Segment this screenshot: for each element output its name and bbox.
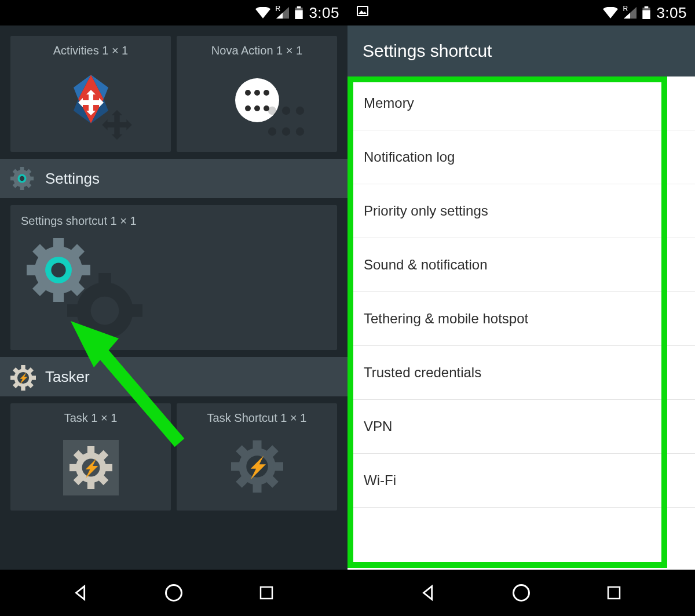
nav-back-button[interactable]: [411, 575, 446, 610]
wifi-icon: [603, 7, 618, 19]
list-item-memory[interactable]: Memory: [348, 76, 695, 130]
svg-rect-40: [31, 376, 36, 380]
list-item-vpn[interactable]: VPN: [348, 400, 695, 454]
battery-icon: [295, 6, 303, 19]
widget-label: Task Shortcut 1 × 1: [182, 411, 331, 425]
status-bar: R 3:05: [0, 0, 348, 25]
status-bar: R 3:05: [348, 0, 695, 25]
app-bar: Settings shortcut: [348, 25, 695, 76]
svg-rect-33: [67, 304, 83, 317]
nav-home-button[interactable]: [156, 575, 191, 610]
widget-label: Settings shortcut 1 × 1: [21, 214, 327, 228]
list-item-notification-log[interactable]: Notification log: [348, 130, 695, 184]
svg-rect-2: [297, 6, 301, 8]
section-label: Tasker: [45, 368, 90, 386]
svg-rect-72: [643, 10, 650, 19]
navigation-bar: [348, 570, 695, 616]
tasker-gear-icon: [231, 440, 283, 495]
settings-shortcut-list[interactable]: Memory Notification log Priority only se…: [348, 76, 695, 508]
svg-rect-9: [20, 167, 24, 172]
widget-label: Task 1 × 1: [16, 411, 165, 425]
svg-rect-11: [10, 177, 15, 181]
svg-rect-60: [273, 462, 283, 471]
widget-task[interactable]: Task 1 × 1: [10, 403, 171, 511]
section-label: Settings: [45, 170, 100, 188]
nav-back-button[interactable]: [64, 575, 98, 610]
nav-recent-button[interactable]: [249, 575, 284, 610]
shadow-icon: [83, 87, 151, 158]
phone-screen-settings-shortcut: R 3:05 Settings shortcut Memory Notifica…: [348, 0, 695, 616]
svg-rect-12: [29, 177, 34, 181]
svg-rect-73: [645, 6, 649, 8]
svg-rect-31: [98, 273, 111, 289]
status-clock: 3:05: [309, 4, 339, 22]
svg-rect-57: [253, 440, 261, 450]
widget-label: Activities 1 × 1: [16, 44, 165, 57]
svg-rect-38: [21, 386, 25, 391]
svg-rect-34: [127, 304, 142, 317]
shadow-icon: [259, 98, 312, 151]
svg-rect-58: [253, 483, 261, 493]
widget-settings-shortcut[interactable]: Settings shortcut 1 × 1: [10, 205, 337, 350]
settings-gear-icon: [10, 167, 34, 190]
svg-rect-49: [70, 464, 78, 471]
section-header-tasker[interactable]: Tasker: [0, 357, 348, 396]
widget-picker-content[interactable]: Activities 1 × 1: [0, 25, 348, 570]
list-item-sound-notification[interactable]: Sound & notification: [348, 238, 695, 292]
svg-rect-20: [53, 238, 64, 251]
shadow-icon: [67, 273, 142, 351]
svg-rect-21: [53, 289, 64, 302]
navigation-bar: [0, 570, 348, 616]
signal-icon: R: [276, 7, 289, 19]
svg-rect-48: [87, 481, 94, 489]
wifi-icon: [255, 7, 270, 19]
svg-point-68: [166, 585, 182, 601]
list-item-wifi[interactable]: Wi-Fi: [348, 454, 695, 508]
widget-activities[interactable]: Activities 1 × 1: [10, 36, 171, 152]
svg-point-74: [514, 585, 529, 601]
section-header-settings[interactable]: Settings: [0, 159, 348, 198]
page-title: Settings shortcut: [363, 41, 492, 61]
svg-rect-1: [295, 10, 303, 19]
signal-icon: R: [624, 7, 637, 19]
widget-task-shortcut[interactable]: Task Shortcut 1 × 1: [177, 403, 337, 511]
svg-rect-47: [87, 446, 94, 454]
svg-rect-69: [261, 587, 272, 599]
svg-point-18: [20, 176, 24, 181]
nav-home-button[interactable]: [504, 575, 539, 610]
svg-rect-10: [20, 185, 24, 190]
svg-rect-39: [10, 376, 15, 380]
widget-nova-action[interactable]: Nova Action 1 × 1: [177, 36, 337, 152]
svg-rect-70: [357, 6, 368, 16]
nav-recent-button[interactable]: [597, 575, 631, 610]
svg-point-29: [51, 263, 65, 277]
phone-screen-widget-picker: R 3:05 Activities 1 × 1: [0, 0, 348, 616]
svg-point-35: [91, 297, 119, 325]
list-item-trusted-credentials[interactable]: Trusted credentials: [348, 346, 695, 400]
settings-shortcut-list-container: Memory Notification log Priority only se…: [348, 76, 695, 570]
svg-rect-37: [21, 365, 25, 370]
svg-rect-75: [608, 587, 620, 599]
status-clock: 3:05: [656, 4, 687, 22]
svg-rect-50: [104, 464, 112, 471]
battery-icon: [642, 6, 650, 19]
list-item-tethering-hotspot[interactable]: Tethering & mobile hotspot: [348, 292, 695, 346]
svg-rect-22: [27, 265, 40, 275]
tasker-gear-icon: [63, 440, 119, 495]
list-item-priority-only[interactable]: Priority only settings: [348, 184, 695, 238]
tasker-gear-icon: [10, 365, 34, 388]
svg-rect-59: [231, 462, 241, 471]
widget-label: Nova Action 1 × 1: [182, 44, 331, 57]
image-notification-icon: [356, 4, 370, 21]
svg-rect-32: [98, 333, 111, 348]
